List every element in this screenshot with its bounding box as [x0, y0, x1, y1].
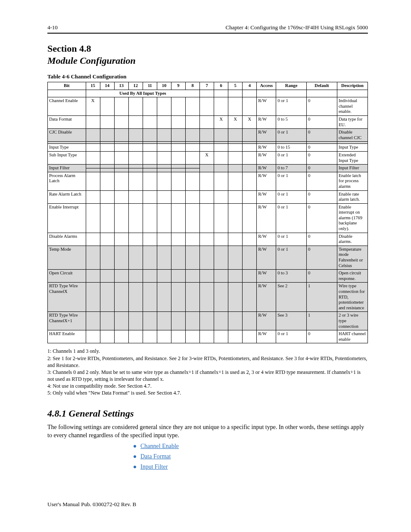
bullet-icon — [134, 466, 136, 468]
list-item: Input Filter — [134, 464, 368, 470]
hdr-description: Description — [337, 82, 367, 90]
page: 4-10 Chapter 4: Configuring the 1769sc-I… — [0, 0, 411, 532]
table-row: Used By All Input Types — [48, 90, 368, 97]
hdr-access: Access — [257, 82, 276, 90]
table-row: Rate Alarm Latch R/W0 or 10Enable rate a… — [48, 190, 368, 203]
table-row: Channel Enable X R/W0 or 10Individual ch… — [48, 97, 368, 116]
table-row: Open Circuit R/W0 to 30Open circuit resp… — [48, 270, 368, 283]
footnote: 2: See 1 for 2-wire RTDs, Potentiometers… — [47, 355, 368, 369]
table-row: Input Filter R/W0 to 70Input Filter — [48, 165, 368, 168]
section-number: Section 4.8 — [47, 43, 368, 54]
table-row: Disable Alarms R/W0 or 10Disable alarms. — [48, 233, 368, 246]
page-number-top: 4-10 — [47, 24, 58, 31]
subsection-title: 4.8.1 General Settings — [47, 408, 368, 419]
bullet-icon — [134, 455, 136, 458]
table-row: RTD Type Wire ChannelX R/WSee 21Wire typ… — [48, 283, 368, 312]
table-row: Input Type R/W0 to 150Input Type — [48, 144, 368, 152]
running-footer: User's Manual Pub. 0300272-02 Rev. B — [47, 501, 368, 508]
table-row: Data Format XXX R/W0 to 50Data type for … — [48, 115, 368, 128]
list-item: Channel Enable — [134, 443, 368, 450]
channel-config-table: Bit 15141312 111098 7654 Access Range De… — [47, 82, 368, 343]
footnote: 3: Channels 0 and 2 only. Must be set to… — [47, 369, 368, 383]
link-data-format[interactable]: Data Format — [140, 453, 171, 460]
footnote: 1: Channels 1 and 3 only. — [47, 348, 368, 355]
link-channel-enable[interactable]: Channel Enable — [140, 443, 179, 449]
subsection-paragraph: The following settings are considered ge… — [47, 423, 368, 440]
footer-pub: User's Manual Pub. 0300272-02 Rev. B — [47, 501, 136, 508]
table-row: CJC Disable R/W0 or 10Disable channel CJ… — [48, 129, 368, 142]
bullet-icon — [134, 445, 136, 448]
hdr-bit: Bit — [48, 82, 86, 90]
table-row: HART Enable R/W0 or 10HART channel enabl… — [48, 330, 368, 343]
table-row: Temp Mode R/W0 or 10Temperature mode Fah… — [48, 246, 368, 269]
hdr-default: Default — [307, 82, 337, 90]
link-input-filter[interactable]: Input Filter — [140, 464, 168, 470]
table-header-row: Bit 15141312 111098 7654 Access Range De… — [48, 82, 368, 90]
table-row: Process Alarm Latch R/W0 or 10Enable lat… — [48, 172, 368, 190]
chapter-title: Chapter 4: Configuring the 1769sc-IF4IH … — [226, 24, 368, 31]
section-title: Module Configuration — [47, 55, 368, 66]
table-row: Enable Interrupt R/W0 or 10Enable interr… — [48, 203, 368, 233]
running-header: 4-10 Chapter 4: Configuring the 1769sc-I… — [47, 24, 368, 34]
link-list: Channel Enable Data Format Input Filter — [134, 443, 368, 470]
hdr-range: Range — [276, 82, 307, 90]
table-footnotes: 1: Channels 1 and 3 only. 2: See 1 for 2… — [47, 348, 368, 396]
footnote: 4: Not use in compatibility mode. See Se… — [47, 383, 368, 389]
table-caption: Table 4-6 Channel Configuration — [47, 73, 368, 80]
footnote: 5: Only valid when "New Data Format" is … — [47, 389, 368, 396]
table-row: RTD Type Wire ChannelX+1 R/WSee 312 or 3… — [48, 312, 368, 330]
list-item: Data Format — [134, 453, 368, 460]
table-row: Sub Input Type X R/W0 or 10Extended Inpu… — [48, 151, 368, 164]
